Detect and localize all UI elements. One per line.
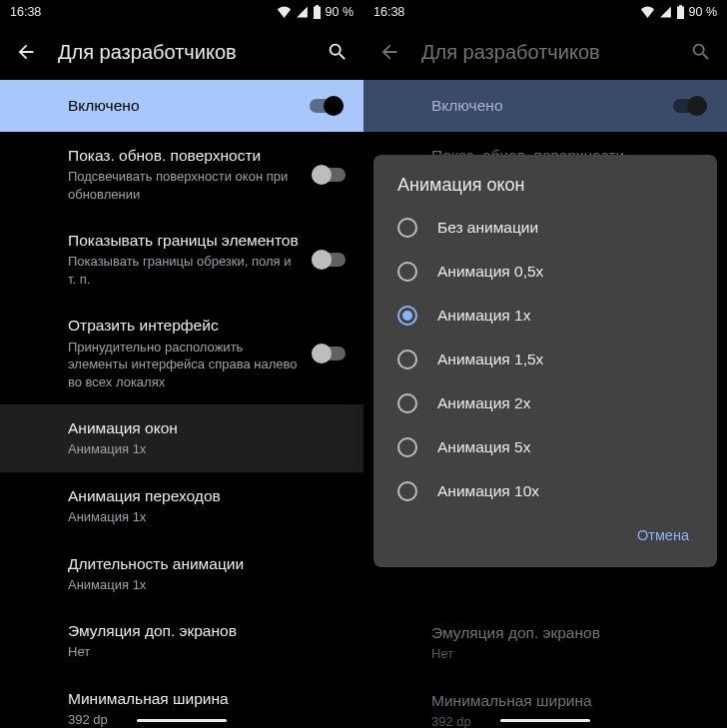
search-icon — [327, 41, 349, 63]
item-title: Минимальная ширина — [431, 691, 697, 711]
item-title: Эмуляция доп. экранов — [68, 621, 334, 641]
toggle-surface-updates[interactable] — [312, 165, 346, 185]
master-switch[interactable] — [310, 96, 344, 116]
option-label: Анимация 1,5x — [437, 351, 543, 368]
master-toggle-label: Включено — [431, 97, 673, 115]
item-title: Показ. обнов. поверхности — [68, 146, 300, 166]
nav-pill[interactable] — [500, 719, 590, 722]
option-10x[interactable]: Анимация 10x — [381, 469, 709, 513]
item-transition-animation[interactable]: Анимация переходов Анимация 1x — [0, 472, 364, 540]
item-rtl-layout[interactable]: Отразить интерфейс Принудительно располо… — [0, 302, 364, 404]
item-subtitle: Анимация 1x — [68, 576, 334, 594]
option-label: Анимация 10x — [437, 482, 539, 500]
search-icon — [690, 41, 712, 63]
radio-icon — [397, 481, 417, 501]
back-button — [375, 38, 403, 66]
back-arrow-icon — [15, 41, 37, 63]
radio-icon — [397, 393, 417, 413]
item-animator-duration[interactable]: Длительность анимации Анимация 1x — [0, 540, 364, 608]
item-title: Отразить интерфейс — [68, 316, 300, 336]
item-subtitle: Показывать границы обрезки, поля и т. п. — [68, 253, 300, 288]
radio-icon — [397, 262, 417, 282]
status-right: 90 % — [640, 5, 718, 19]
wifi-icon — [277, 6, 292, 18]
item-window-animation[interactable]: Анимация окон Анимация 1x — [0, 404, 364, 472]
battery-text: 90 % — [689, 5, 718, 19]
toggle-layout-bounds[interactable] — [312, 250, 346, 270]
item-secondary-displays: Эмуляция доп. экранов Нет — [364, 609, 727, 677]
status-right: 90 % — [277, 5, 355, 19]
item-subtitle: Анимация 1x — [68, 440, 334, 458]
item-title: Показывать границы элементов — [68, 231, 300, 251]
app-bar: Для разработчиков — [0, 24, 364, 80]
item-surface-updates[interactable]: Показ. обнов. поверхности Подсвечивать п… — [0, 132, 364, 217]
master-switch — [673, 96, 707, 116]
signal-icon — [659, 6, 672, 18]
radio-icon — [397, 218, 417, 238]
phone-right: 16:38 90 % Для разработчиков Включено — [364, 0, 727, 728]
option-2x[interactable]: Анимация 2x — [381, 381, 709, 425]
option-15x[interactable]: Анимация 1,5x — [381, 338, 709, 381]
status-time: 16:38 — [10, 5, 41, 19]
option-1x[interactable]: Анимация 1x — [381, 294, 709, 338]
master-toggle-row: Включено — [364, 80, 727, 132]
search-button — [687, 38, 715, 66]
item-title: Анимация переходов — [68, 486, 334, 506]
battery-icon — [676, 5, 685, 19]
dialog-title: Анимация окон — [381, 175, 709, 206]
back-button[interactable] — [12, 38, 40, 66]
item-title: Минимальная ширина — [68, 689, 334, 709]
back-arrow-icon — [378, 41, 400, 63]
cancel-button[interactable]: Отмена — [627, 519, 699, 551]
option-5x[interactable]: Анимация 5x — [381, 425, 709, 469]
option-label: Анимация 0,5x — [437, 263, 543, 281]
option-label: Анимация 1x — [437, 307, 530, 325]
item-subtitle: Нет — [431, 645, 697, 663]
item-subtitle: Анимация 1x — [68, 508, 334, 526]
master-toggle-label: Включено — [68, 97, 310, 115]
status-time: 16:38 — [373, 5, 404, 19]
nav-pill[interactable] — [137, 719, 227, 722]
option-05x[interactable]: Анимация 0,5x — [381, 250, 709, 294]
page-title: Для разработчиков — [58, 41, 306, 64]
settings-list[interactable]: Включено Показ. обнов. поверхности Подсв… — [0, 80, 364, 728]
status-bar: 16:38 90 % — [364, 0, 727, 24]
app-bar: Для разработчиков — [364, 24, 727, 80]
search-button[interactable] — [324, 38, 352, 66]
toggle-rtl-layout[interactable] — [312, 344, 346, 364]
option-label: Без анимации — [437, 219, 538, 237]
battery-text: 90 % — [326, 5, 355, 19]
item-subtitle: Подсвечивать поверхности окон при обновл… — [68, 168, 300, 203]
master-toggle-row[interactable]: Включено — [0, 80, 364, 132]
item-title: Эмуляция доп. экранов — [431, 623, 697, 643]
page-title: Для разработчиков — [421, 41, 669, 64]
option-label: Анимация 5x — [437, 438, 530, 456]
item-subtitle: Нет — [68, 643, 334, 661]
item-subtitle: Принудительно расположить элементы интер… — [68, 339, 300, 391]
radio-icon — [397, 350, 417, 369]
radio-icon — [397, 306, 417, 326]
animation-scale-dialog: Анимация окон Без анимации Анимация 0,5x… — [373, 155, 717, 567]
battery-icon — [313, 5, 322, 19]
radio-icon — [397, 437, 417, 457]
item-secondary-displays[interactable]: Эмуляция доп. экранов Нет — [0, 607, 364, 675]
status-bar: 16:38 90 % — [0, 0, 364, 24]
signal-icon — [296, 6, 309, 18]
phone-left: 16:38 90 % Для разработчиков Включено — [0, 0, 364, 728]
option-label: Анимация 2x — [437, 394, 530, 412]
item-layout-bounds[interactable]: Показывать границы элементов Показывать … — [0, 217, 364, 302]
wifi-icon — [640, 6, 655, 18]
option-no-animation[interactable]: Без анимации — [381, 206, 709, 250]
item-title: Анимация окон — [68, 418, 334, 438]
item-title: Длительность анимации — [68, 554, 334, 574]
